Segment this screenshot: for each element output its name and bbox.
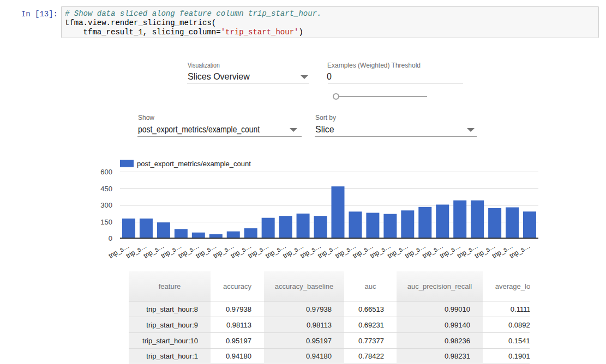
svg-text:300: 300 [100,201,112,209]
svg-text:600: 600 [100,168,112,176]
svg-text:450: 450 [100,185,112,193]
svg-text:150: 150 [100,218,112,226]
svg-text:0: 0 [109,234,112,242]
svg-text:post_export_metrics/example_co: post_export_metrics/example_count [137,160,251,168]
